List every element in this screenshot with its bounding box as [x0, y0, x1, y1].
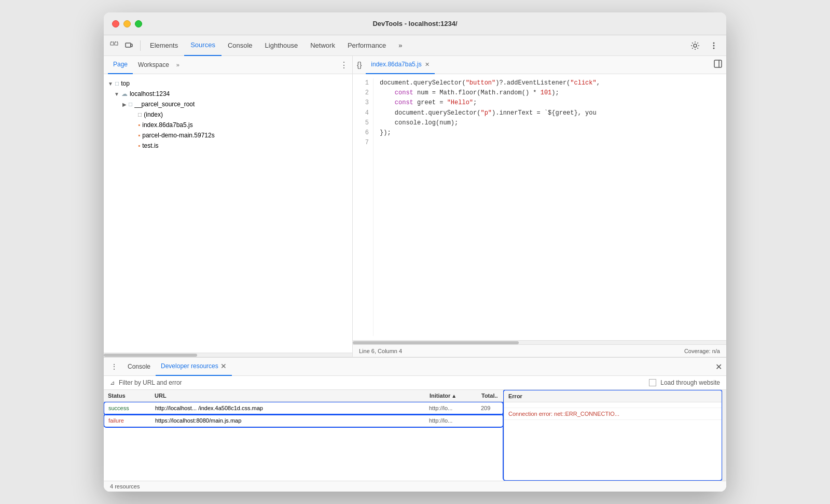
filter-icon: ⊿: [110, 380, 115, 386]
tree-item-index-js[interactable]: ▪ index.86da7ba5.js: [104, 120, 352, 130]
svg-point-4: [694, 44, 697, 47]
table-row-1[interactable]: success http://localhost... /index.4a508…: [104, 402, 503, 414]
code-scrollbar-h-thumb: [353, 341, 519, 344]
js-file-icon: ▪: [138, 132, 140, 139]
maximize-button[interactable]: [135, 20, 142, 27]
close-button[interactable]: [112, 20, 119, 27]
device-icon[interactable]: [122, 39, 135, 52]
td-status-1: success: [104, 402, 151, 414]
expand-icon: ▼: [108, 81, 113, 87]
top-toolbar: Elements Sources Console Lighthouse Netw…: [104, 35, 726, 56]
th-status: Status: [104, 390, 150, 401]
folder-icon: □: [129, 101, 132, 108]
settings-icon[interactable]: [689, 39, 701, 52]
tree-item-index[interactable]: □ (index): [104, 109, 352, 120]
svg-rect-3: [131, 44, 132, 47]
tab-console[interactable]: Console: [222, 35, 259, 56]
minimize-button[interactable]: [123, 20, 131, 27]
code-tab-label: index.86da7ba5.js: [371, 61, 421, 68]
main-content: Page Workspace » ⋮ ▼ □ top ▼ ☁: [104, 56, 726, 357]
left-panel-scrollbar[interactable]: [104, 353, 352, 357]
js-file-icon: ▪: [138, 142, 140, 149]
tree-item-localhost[interactable]: ▼ ☁ localhost:1234: [104, 89, 352, 99]
more-options-icon[interactable]: [708, 39, 720, 52]
bottom-tab-devresources[interactable]: Developer resources ✕: [156, 358, 232, 376]
resources-count: 4 resources: [104, 481, 726, 492]
svg-rect-1: [115, 42, 118, 45]
tab-sources[interactable]: Sources: [184, 35, 222, 56]
left-tab-more[interactable]: »: [174, 62, 182, 68]
code-area: 1 2 3 4 5 6 7 document.querySelector("bu…: [353, 74, 726, 357]
tab-elements[interactable]: Elements: [144, 35, 184, 56]
code-scrollbar-h[interactable]: [353, 340, 726, 344]
tree-label-test: test.is: [142, 142, 158, 149]
line-numbers: 1 2 3 4 5 6 7: [353, 78, 374, 336]
th-url-label: URL: [155, 393, 167, 399]
expand-icon: ▼: [114, 91, 119, 97]
cursor-icon[interactable]: [108, 39, 120, 52]
left-tab-page[interactable]: Page: [108, 56, 133, 74]
code-format-toggle[interactable]: {}: [357, 61, 362, 69]
bottom-more-icon[interactable]: ⋮: [108, 360, 120, 373]
bottom-panel: ⋮ Console Developer resources ✕ ✕ ⊿ Filt…: [104, 357, 726, 492]
table-main[interactable]: Status URL Initiator ▲ Total..: [104, 390, 503, 481]
table-row-2[interactable]: failure https://localhost:8080/main.js.m…: [104, 415, 503, 427]
th-status-label: Status: [108, 393, 126, 399]
th-total: Total..: [477, 390, 503, 401]
code-tab-close-icon[interactable]: ✕: [425, 61, 430, 68]
left-panel-more-icon[interactable]: ⋮: [340, 60, 348, 70]
code-tab-bar: {} index.86da7ba5.js ✕: [353, 56, 726, 74]
td-url-1: http://localhost... /index.4a508c1d.css.…: [151, 402, 425, 414]
code-panel-collapse-icon[interactable]: [714, 60, 722, 70]
tab-more[interactable]: »: [392, 35, 408, 56]
te-header: Error: [504, 390, 722, 402]
td-initiator-1: http://lo...: [425, 402, 477, 414]
toolbar-right: [689, 39, 722, 52]
coverage-status: Coverage: n/a: [684, 348, 720, 354]
left-tab-workspace[interactable]: Workspace: [133, 56, 174, 74]
load-through-website-checkbox[interactable]: [649, 379, 656, 386]
code-line-5: console.log(num);: [380, 118, 720, 128]
code-line-3: const greet = "Hello";: [380, 98, 720, 108]
svg-rect-2: [126, 43, 131, 47]
tree-label-localhost: localhost:1234: [130, 90, 170, 97]
tree-item-parcel-root[interactable]: ▶ □ __parcel_source_root: [104, 99, 352, 109]
code-content[interactable]: 1 2 3 4 5 6 7 document.querySelector("bu…: [353, 74, 726, 340]
bottom-toolbar: ⋮ Console Developer resources ✕ ✕: [104, 358, 726, 376]
svg-point-6: [713, 45, 715, 46]
folder-icon: □: [115, 80, 119, 87]
left-toolbar: Page Workspace » ⋮: [104, 56, 352, 74]
sort-arrow-icon: ▲: [451, 393, 457, 399]
table-scrollbar-v[interactable]: [722, 390, 726, 481]
tab-performance[interactable]: Performance: [341, 35, 392, 56]
cloud-icon: ☁: [121, 90, 128, 97]
tree-item-parcel-main[interactable]: ▪ parcel-demo-main.59712s: [104, 130, 352, 141]
code-line-6: });: [380, 128, 720, 138]
code-tab-active[interactable]: index.86da7ba5.js ✕: [366, 56, 434, 74]
tree-label-parcel-root: __parcel_source_root: [134, 101, 195, 108]
bottom-tab-devresources-label: Developer resources: [161, 362, 218, 370]
svg-point-5: [713, 42, 715, 44]
th-total-label: Total..: [481, 393, 498, 399]
bottom-panel-close-icon[interactable]: ✕: [715, 362, 722, 372]
tree-label-top: top: [121, 80, 130, 87]
code-line-1: document.querySelector("button")?.addEve…: [380, 78, 720, 88]
load-through-website-label: Load through website: [660, 379, 720, 386]
tree-item-test[interactable]: ▪ test.is: [104, 141, 352, 151]
th-url: URL: [150, 390, 425, 401]
tab-lighthouse[interactable]: Lighthouse: [259, 35, 305, 56]
tree-label-index: (index): [144, 111, 163, 118]
tree-item-top[interactable]: ▼ □ top: [104, 78, 352, 89]
left-panel-scrollbar-thumb: [104, 354, 197, 357]
svg-rect-8: [714, 60, 722, 67]
js-file-icon: ▪: [138, 121, 140, 129]
right-panel: {} index.86da7ba5.js ✕: [353, 56, 726, 357]
tab-network[interactable]: Network: [304, 35, 341, 56]
bottom-tab-console[interactable]: Console: [122, 358, 156, 376]
bottom-tab-close-icon[interactable]: ✕: [220, 362, 227, 370]
window-title: DevTools - localhost:1234/: [372, 20, 457, 27]
td-total-1: 209: [477, 402, 503, 414]
th-initiator-label: Initiator: [430, 393, 450, 399]
status-bar: Line 6, Column 4 Coverage: n/a: [353, 344, 726, 357]
left-panel: Page Workspace » ⋮ ▼ □ top ▼ ☁: [104, 56, 353, 357]
